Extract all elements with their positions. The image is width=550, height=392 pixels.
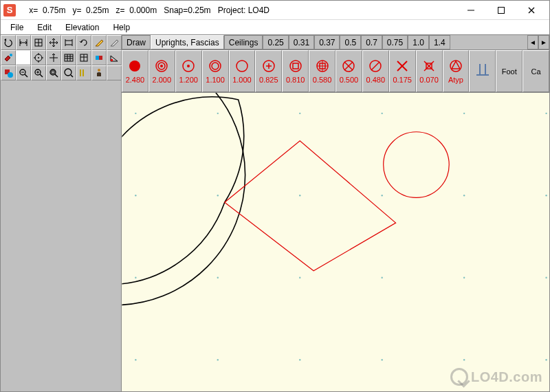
svg-point-37 [8, 72, 13, 78]
svg-rect-66 [293, 63, 298, 69]
minimize-button[interactable] [456, 1, 486, 20]
upright-2000[interactable]: 2.000 [148, 50, 175, 92]
upright-0825[interactable]: 0.825 [255, 50, 282, 92]
target-icon[interactable] [31, 50, 46, 65]
shape-icon[interactable] [1, 65, 16, 80]
svg-point-45 [50, 69, 56, 75]
undo-icon[interactable] [1, 35, 16, 50]
tab-scroll-left[interactable]: ◄ [527, 35, 538, 50]
ruler-icon[interactable] [61, 35, 76, 50]
upright-1000[interactable]: 1.000 [229, 50, 256, 92]
zoom-in-icon[interactable] [31, 65, 46, 80]
close-button[interactable] [516, 1, 547, 20]
menu-help[interactable]: Help [106, 21, 137, 34]
blank-tool[interactable] [107, 65, 122, 80]
menu-edit[interactable]: Edit [30, 21, 58, 34]
svg-line-39 [25, 74, 28, 77]
svg-point-58 [187, 65, 190, 67]
svg-rect-47 [52, 71, 54, 74]
upright-0480[interactable]: 0.480 [362, 50, 389, 92]
upright-0500[interactable]: 0.500 [336, 50, 362, 92]
person-icon[interactable] [91, 65, 107, 80]
watermark-icon [450, 368, 468, 386]
x-label: x= [29, 6, 38, 15]
svg-rect-25 [65, 54, 73, 61]
upright-atyp[interactable]: Atyp [443, 50, 470, 92]
tab-uprights[interactable]: Uprights, Fascias [151, 35, 224, 50]
drawing-canvas[interactable] [122, 93, 549, 391]
svg-point-65 [290, 61, 301, 72]
dimension-icon[interactable] [16, 35, 31, 50]
uprights-toolbar: 2.480 2.000 1.200 1.100 1.000 0.825 0.81… [122, 50, 549, 93]
svg-point-96 [545, 195, 547, 196]
tab-031[interactable]: 0.31 [289, 35, 314, 50]
svg-point-18 [38, 57, 39, 58]
upright-double-line[interactable] [469, 50, 496, 92]
move-icon[interactable] [46, 35, 61, 50]
line-icon[interactable] [76, 65, 91, 80]
upright-1200[interactable]: 1.200 [175, 50, 202, 92]
zoom-out-icon[interactable] [16, 65, 31, 80]
tab-draw[interactable]: Draw [122, 35, 151, 50]
upright-foot[interactable]: Foot [496, 50, 522, 92]
tab-075[interactable]: 0.75 [382, 35, 408, 50]
svg-line-49 [71, 75, 73, 77]
magnify-icon[interactable] [61, 65, 76, 80]
color-swatch[interactable] [16, 50, 31, 65]
gradient-icon[interactable] [91, 50, 107, 65]
tab-037[interactable]: 0.37 [314, 35, 340, 50]
upright-0810[interactable]: 0.810 [282, 50, 309, 92]
tool-palette [1, 35, 122, 391]
tab-07[interactable]: 0.7 [361, 35, 382, 50]
svg-point-88 [381, 113, 382, 114]
svg-point-99 [299, 277, 300, 279]
y-label: y= [72, 6, 81, 15]
app-icon: S [3, 4, 16, 17]
svg-point-108 [545, 359, 547, 360]
tab-05[interactable]: 0.5 [340, 35, 361, 50]
x-value: 0.75m [43, 6, 65, 15]
upright-1100[interactable]: 1.100 [202, 50, 229, 92]
upright-0580[interactable]: 0.580 [309, 50, 336, 92]
titlebar: S x= 0.75m y= 0.25m z= 0.000m Snap=0.25m… [1, 1, 549, 20]
svg-point-111 [384, 132, 450, 198]
upright-ca[interactable]: Ca [522, 50, 549, 92]
tab-14[interactable]: 1.4 [429, 35, 450, 50]
svg-point-60 [212, 63, 219, 69]
tab-10[interactable]: 1.0 [408, 35, 429, 50]
upright-2480[interactable]: 2.480 [122, 50, 148, 92]
angle-icon[interactable] [107, 50, 122, 65]
tab-scroll-right[interactable]: ► [538, 35, 549, 50]
zoom-fit-icon[interactable] [46, 65, 61, 80]
upright-0175[interactable]: 0.175 [389, 50, 416, 92]
svg-rect-1 [498, 7, 505, 13]
menu-file[interactable]: File [3, 21, 30, 34]
pencil-icon[interactable] [91, 35, 107, 50]
rotate-icon[interactable] [76, 35, 91, 50]
svg-point-85 [135, 113, 136, 114]
align-icon[interactable] [46, 50, 61, 65]
svg-point-105 [299, 359, 300, 360]
table-icon[interactable] [61, 50, 76, 65]
svg-point-61 [236, 61, 248, 72]
grid-icon[interactable] [31, 35, 46, 50]
height-icon[interactable] [76, 50, 91, 65]
menu-elevation[interactable]: Elevation [58, 21, 106, 34]
maximize-button[interactable] [486, 1, 516, 20]
svg-point-90 [545, 113, 547, 114]
snap-value: 0.25m [188, 6, 210, 15]
tab-ceilings[interactable]: Ceilings [224, 35, 263, 50]
tab-025[interactable]: 0.25 [263, 35, 288, 50]
svg-point-16 [10, 54, 12, 56]
svg-point-56 [160, 65, 163, 67]
eraser-icon[interactable] [107, 35, 122, 50]
tab-row: Draw Uprights, Fascias Ceilings 0.25 0.3… [122, 35, 549, 50]
svg-point-103 [135, 359, 136, 360]
svg-point-86 [217, 113, 219, 114]
svg-point-104 [217, 359, 219, 360]
paint-icon[interactable] [1, 50, 16, 65]
svg-point-100 [381, 277, 382, 279]
upright-0070[interactable]: 0.070 [416, 50, 443, 92]
svg-point-53 [129, 61, 140, 72]
y-value: 0.25m [86, 6, 109, 15]
